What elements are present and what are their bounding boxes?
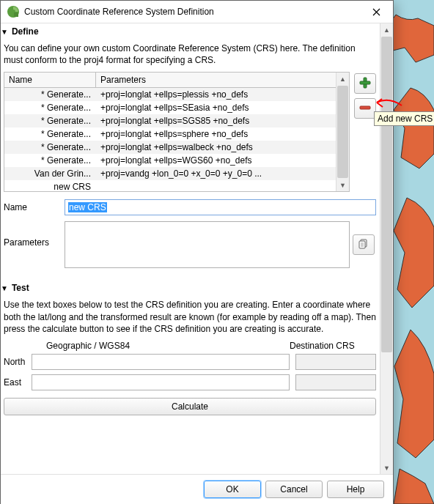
test-section-header[interactable]: ▼ Test: [1, 281, 379, 294]
add-crs-tooltip: Add new CRS: [374, 111, 434, 126]
cell-name: * Generate...: [4, 142, 96, 152]
table-scrollbar[interactable]: ▲ ▼: [336, 73, 349, 191]
geo-column-label: Geographic / WGS84: [46, 341, 290, 351]
table-row[interactable]: * Generate...+proj=longlat +ellps=WGS60 …: [4, 154, 336, 167]
name-label: Name: [4, 202, 59, 212]
define-section-header[interactable]: ▼ Define: [1, 25, 379, 38]
north-dest-output: [295, 354, 376, 370]
test-help-text: Use the text boxes below to test the CRS…: [4, 299, 376, 335]
north-label: North: [4, 357, 32, 367]
scroll-down-icon[interactable]: ▼: [336, 179, 349, 191]
test-label: Test: [12, 283, 29, 293]
copy-icon: [358, 239, 369, 251]
define-help-text: You can define your own custom Coordinat…: [4, 42, 376, 66]
scroll-thumb[interactable]: [381, 37, 392, 352]
add-crs-button[interactable]: [354, 73, 376, 94]
scroll-up-icon[interactable]: ▲: [380, 23, 393, 36]
titlebar: Custom Coordinate Reference System Defin…: [1, 1, 393, 23]
cell-name: Van der Grin...: [4, 168, 96, 179]
collapse-icon: ▼: [1, 28, 8, 36]
cell-params: +proj=longlat +ellps=plessis +no_defs: [96, 89, 336, 100]
east-label: East: [4, 377, 32, 388]
east-input[interactable]: [32, 374, 290, 390]
cell-params: +proj=longlat +ellps=WGS60 +no_defs: [96, 155, 336, 166]
cell-name: new CRS: [4, 182, 96, 191]
parameters-textarea[interactable]: [65, 221, 350, 268]
cell-params: +proj=vandg +lon_0=0 +x_0=0 +y_0=0 ...: [96, 168, 336, 179]
qgis-icon: [7, 5, 20, 18]
define-label: Define: [12, 26, 39, 37]
table-row[interactable]: * Generate...+proj=longlat +ellps=walbec…: [4, 141, 336, 154]
table-row[interactable]: * Generate...+proj=longlat +ellps=SGS85 …: [4, 114, 336, 127]
scroll-down-icon[interactable]: ▼: [380, 462, 393, 474]
table-header: Name Parameters: [4, 73, 336, 88]
svg-rect-5: [360, 106, 370, 109]
dialog-scrollbar[interactable]: ▲ ▼: [380, 23, 393, 474]
parameters-label: Parameters: [4, 221, 59, 248]
table-row[interactable]: new CRS: [4, 180, 336, 191]
minus-icon: [359, 102, 371, 116]
col-params[interactable]: Parameters: [96, 73, 336, 87]
col-name[interactable]: Name: [4, 73, 96, 87]
cell-name: * Generate...: [4, 89, 96, 100]
name-value: new CRS: [68, 202, 107, 212]
cell-name: * Generate...: [4, 103, 96, 113]
table-row[interactable]: * Generate...+proj=longlat +ellps=SEasia…: [4, 101, 336, 114]
cancel-button[interactable]: Cancel: [265, 481, 323, 498]
close-button[interactable]: [360, 1, 393, 23]
cell-name: * Generate...: [4, 155, 96, 166]
cell-params: +proj=longlat +ellps=sphere +no_defs: [96, 129, 336, 139]
scroll-up-icon[interactable]: ▲: [336, 73, 349, 85]
svg-rect-4: [360, 81, 370, 84]
cell-name: * Generate...: [4, 129, 96, 139]
help-button[interactable]: Help: [327, 481, 384, 498]
collapse-icon: ▼: [1, 284, 8, 292]
window-title: Custom Coordinate Reference System Defin…: [24, 7, 360, 17]
calculate-button[interactable]: Calculate: [4, 398, 376, 415]
name-input[interactable]: new CRS: [65, 199, 376, 215]
ok-button[interactable]: OK: [204, 481, 261, 498]
north-input[interactable]: [32, 354, 290, 370]
table-row[interactable]: * Generate...+proj=longlat +ellps=plessi…: [4, 88, 336, 101]
dialog-content: ▲ ▼ ▼ Define You can define your own cus…: [1, 23, 393, 474]
cell-params: +proj=longlat +ellps=SGS85 +no_defs: [96, 116, 336, 126]
table-row[interactable]: Van der Grin...+proj=vandg +lon_0=0 +x_0…: [4, 167, 336, 180]
copy-crs-button[interactable]: [353, 234, 375, 255]
crs-table[interactable]: Name Parameters * Generate...+proj=longl…: [4, 72, 350, 192]
cell-params: +proj=longlat +ellps=walbeck +no_defs: [96, 142, 336, 152]
table-row[interactable]: * Generate...+proj=longlat +ellps=sphere…: [4, 127, 336, 141]
remove-crs-button[interactable]: [354, 98, 376, 119]
scroll-thumb[interactable]: [337, 86, 348, 178]
plus-icon: [359, 77, 371, 91]
crs-dialog: Custom Coordinate Reference System Defin…: [0, 0, 394, 504]
dialog-footer: OK Cancel Help: [1, 474, 393, 504]
east-dest-output: [295, 374, 376, 390]
cell-params: +proj=longlat +ellps=SEasia +no_defs: [96, 103, 336, 113]
dest-column-label: Destination CRS: [290, 341, 376, 351]
svg-rect-2: [14, 12, 18, 17]
cell-name: * Generate...: [4, 116, 96, 126]
